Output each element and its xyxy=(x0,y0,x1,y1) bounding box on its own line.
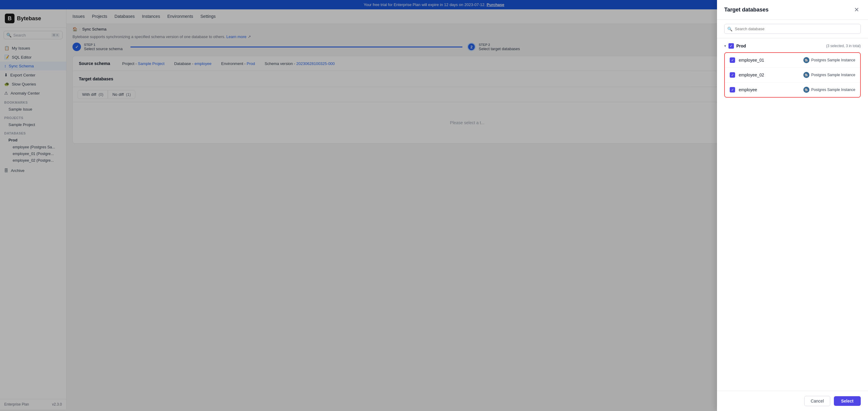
search-wrapper: 🔍 xyxy=(724,24,861,34)
cancel-button[interactable]: Cancel xyxy=(804,396,830,406)
prod-group-header: ▾ ✓ Prod (3 selected, 3 in total) xyxy=(724,43,861,49)
modal-footer: Cancel Select xyxy=(717,391,868,410)
db-name-employee02: employee_02 xyxy=(739,72,803,77)
prod-label: Prod xyxy=(736,43,746,48)
db-name-employee: employee xyxy=(739,87,803,92)
db-item-employee[interactable]: ✓ employee 🐘 Postgres Sample Instance xyxy=(725,83,860,97)
db-instance-employee02: 🐘 Postgres Sample Instance xyxy=(803,72,855,78)
modal-body: ▾ ✓ Prod (3 selected, 3 in total) ✓ empl… xyxy=(717,38,868,391)
database-list: ✓ employee_01 🐘 Postgres Sample Instance… xyxy=(724,52,861,98)
db-checkbox-employee02[interactable]: ✓ xyxy=(730,72,735,78)
search-icon: 🔍 xyxy=(727,27,733,31)
prod-count: (3 selected, 3 in total) xyxy=(826,44,861,48)
db-instance-employee01: 🐘 Postgres Sample Instance xyxy=(803,57,855,63)
target-databases-modal: Target databases ✕ 🔍 ▾ ✓ Prod (3 selecte… xyxy=(717,0,868,410)
search-database-input[interactable] xyxy=(724,24,861,34)
db-item-employee02[interactable]: ✓ employee_02 🐘 Postgres Sample Instance xyxy=(725,68,860,83)
db-checkbox-employee01[interactable]: ✓ xyxy=(730,57,735,63)
db-checkbox-employee[interactable]: ✓ xyxy=(730,87,735,92)
postgres-icon: 🐘 xyxy=(803,57,809,63)
postgres-icon: 🐘 xyxy=(803,72,809,78)
select-button[interactable]: Select xyxy=(834,396,861,406)
db-instance-employee: 🐘 Postgres Sample Instance xyxy=(803,87,855,93)
prod-group-checkbox[interactable]: ✓ xyxy=(728,43,734,49)
modal-close-button[interactable]: ✕ xyxy=(852,5,861,14)
db-item-employee01[interactable]: ✓ employee_01 🐘 Postgres Sample Instance xyxy=(725,53,860,68)
chevron-down-icon[interactable]: ▾ xyxy=(724,44,726,48)
modal-header: Target databases ✕ xyxy=(717,0,868,20)
modal-search-area: 🔍 xyxy=(717,20,868,38)
modal-title: Target databases xyxy=(724,7,769,13)
db-name-employee01: employee_01 xyxy=(739,58,803,63)
postgres-icon: 🐘 xyxy=(803,87,809,93)
